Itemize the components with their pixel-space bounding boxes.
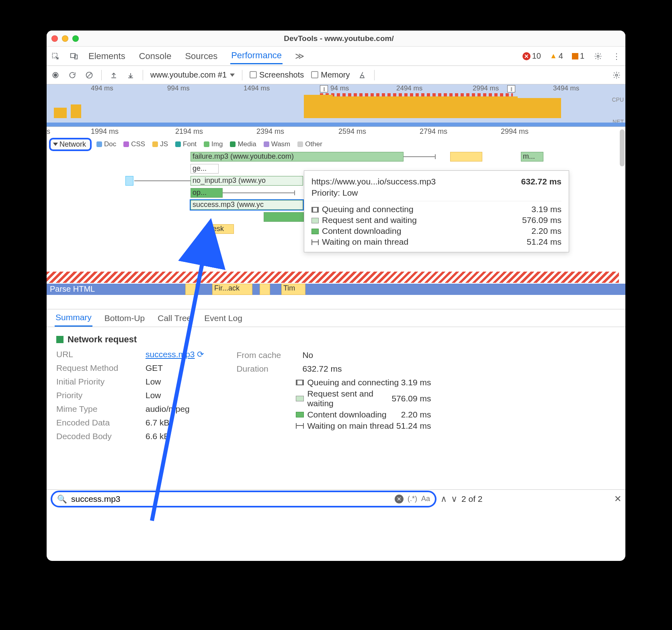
refresh-icon[interactable]: ⟳ (197, 350, 204, 359)
k-initprio: Initial Priority (56, 377, 139, 387)
overview-right-handle[interactable]: || (507, 85, 515, 92)
flame-bar[interactable]: Fir...ack (212, 284, 252, 295)
chevron-down-icon (230, 74, 235, 77)
request-row[interactable] (450, 152, 482, 162)
v-cache: No (302, 350, 431, 360)
clear-icon[interactable]: ✕ (395, 495, 404, 503)
tooltip-q-label: Queuing and connecting (322, 205, 414, 214)
recording-selector[interactable]: www.youtube.com #1 (150, 70, 235, 80)
tab-summary[interactable]: Summary (55, 309, 92, 327)
memory-checkbox[interactable]: Memory (311, 70, 350, 80)
overview-tick: 2994 ms (473, 84, 499, 92)
warning-count-badge[interactable]: ▲4 (550, 51, 563, 61)
search-bar: 🔍 ✕ (.*) Aa ∧ ∨ 2 of 2 ✕ (47, 489, 625, 508)
ruler-tick: 2394 ms (256, 127, 284, 136)
tooltip-q-val: 3.19 ms (531, 205, 561, 214)
ruler-tick: 2194 ms (175, 127, 203, 136)
request-row[interactable] (125, 176, 133, 186)
svg-point-5 (54, 74, 57, 76)
flame-bar[interactable]: Tim (281, 284, 305, 295)
k-enc: Encoded Data (56, 418, 139, 428)
t1-v: 576.09 ms (391, 394, 431, 403)
capture-settings-gear-icon[interactable] (612, 70, 621, 80)
request-row[interactable]: failure.mp3 (www.youtube.com) (191, 152, 404, 162)
request-row[interactable]: ge... (191, 164, 219, 174)
tooltip-w-val: 576.09 ms (522, 215, 561, 225)
network-track-label: Network (59, 140, 86, 149)
tab-sources[interactable]: Sources (184, 49, 218, 64)
tooltip-w-label: Request sent and waiting (322, 215, 417, 225)
tab-call-tree[interactable]: Call Tree (157, 310, 192, 326)
screenshots-checkbox[interactable]: Screenshots (250, 70, 304, 80)
devtools-window: DevTools - www.youtube.com/ Elements Con… (47, 31, 625, 561)
overview-timeline[interactable]: 494 ms 994 ms 1494 ms 94 ms 2494 ms 2994… (47, 84, 625, 127)
summary-url-link[interactable]: success.mp3 (145, 350, 195, 359)
v-dur: 632.72 ms (302, 364, 431, 374)
tooltip-url: https://www.you...io/success.mp3 (311, 177, 436, 186)
summary-heading: Network request (56, 334, 204, 345)
kebab-menu-icon[interactable]: ⋮ (612, 51, 621, 61)
settings-gear-icon[interactable] (593, 51, 603, 61)
tab-elements[interactable]: Elements (88, 49, 126, 64)
search-input[interactable] (71, 494, 391, 504)
t2-l: Content downloading (307, 410, 386, 419)
tab-performance[interactable]: Performance (230, 48, 283, 64)
tab-console[interactable]: Console (138, 49, 172, 64)
k-dur: Duration (236, 364, 296, 374)
parse-html-bar[interactable]: Parse HTML (47, 284, 625, 295)
prev-match-button[interactable]: ∧ (440, 494, 447, 504)
request-row[interactable]: op... (191, 188, 223, 198)
request-row-selected[interactable]: success.mp3 (www.yc (191, 200, 303, 210)
tooltip-m-label: Waiting on main thread (322, 237, 408, 246)
tooltip-d-label: Content downloading (322, 226, 401, 235)
tab-event-log[interactable]: Event Log (203, 310, 243, 326)
overview-tick: 3494 ms (553, 84, 579, 92)
legend-font: Font (183, 140, 197, 148)
upload-profile-icon[interactable] (109, 70, 119, 80)
request-row[interactable] (264, 212, 304, 222)
gc-broom-icon[interactable] (357, 70, 367, 80)
close-window-button[interactable] (51, 35, 58, 42)
detail-tabs: Summary Bottom-Up Call Tree Event Log (47, 309, 625, 327)
inspect-icon[interactable] (51, 51, 60, 61)
tooltip-priority: Priority: Low (311, 188, 561, 198)
flame-bar[interactable] (260, 284, 270, 295)
reload-record-icon[interactable] (68, 70, 77, 80)
t0-v: 3.19 ms (401, 378, 431, 387)
k-cache: From cache (236, 350, 296, 360)
error-count-badge[interactable]: ✕10 (522, 51, 541, 61)
request-row[interactable]: desk (207, 224, 234, 234)
close-search-icon[interactable]: ✕ (614, 494, 621, 504)
legend-img: Img (211, 140, 223, 148)
network-track-toggle[interactable]: Network (49, 138, 92, 151)
download-profile-icon[interactable] (126, 70, 135, 80)
flame-bar[interactable] (185, 284, 196, 295)
overview-left-handle[interactable]: || (320, 85, 328, 92)
match-case-toggle[interactable]: Aa (421, 495, 430, 503)
t2-v: 2.20 ms (401, 410, 431, 419)
ruler-tick: 1994 ms (91, 127, 119, 136)
next-match-button[interactable]: ∨ (451, 494, 457, 504)
minimize-window-button[interactable] (62, 35, 68, 42)
overview-tick: 994 ms (167, 84, 190, 92)
search-icon: 🔍 (57, 494, 67, 504)
overview-tick: 1494 ms (244, 84, 270, 92)
svg-point-3 (597, 55, 599, 57)
window-title: DevTools - www.youtube.com/ (79, 34, 599, 43)
legend-wasm: Wasm (271, 140, 291, 148)
ruler-tick: 2794 ms (420, 127, 447, 136)
flame-chart-panel[interactable]: s 1994 ms 2194 ms 2394 ms 2594 ms 2794 m… (47, 127, 625, 309)
request-row[interactable]: m... (521, 152, 543, 162)
summary-heading-text: Network request (68, 334, 137, 345)
error-count: 10 (532, 51, 541, 61)
tab-bottom-up[interactable]: Bottom-Up (104, 310, 145, 326)
zoom-window-button[interactable] (72, 35, 79, 42)
regex-toggle[interactable]: (.*) (408, 495, 417, 503)
request-row[interactable]: no_input.mp3 (www.yo (191, 176, 303, 186)
clear-icon[interactable] (84, 70, 94, 80)
issue-count-badge[interactable]: 1 (572, 51, 584, 61)
record-button-icon[interactable] (51, 70, 60, 80)
more-tabs-chevron-icon[interactable]: ≫ (295, 51, 304, 61)
device-toggle-icon[interactable] (69, 51, 79, 61)
legend-css: CSS (131, 140, 145, 148)
